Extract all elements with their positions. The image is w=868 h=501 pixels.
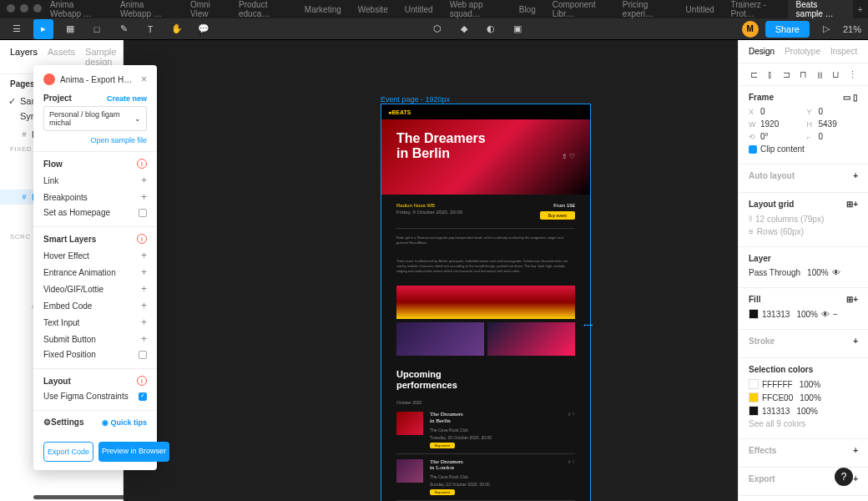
- boolean-icon[interactable]: ▣: [507, 19, 527, 39]
- radius-input[interactable]: 0: [819, 132, 824, 141]
- frame-tool[interactable]: ▦: [60, 19, 80, 39]
- file-tab[interactable]: Anima Webapp …: [42, 0, 112, 18]
- flow-link[interactable]: Link+: [43, 172, 147, 189]
- new-tab-icon[interactable]: +: [853, 4, 868, 14]
- add-icon[interactable]: +: [853, 295, 858, 304]
- zoom-level[interactable]: 21%: [843, 24, 861, 34]
- file-tab[interactable]: Untitled: [678, 0, 723, 18]
- file-tab[interactable]: Marketing: [296, 0, 350, 18]
- fill-swatch[interactable]: [749, 309, 759, 319]
- quick-tips-link[interactable]: ◉ Quick tips: [102, 418, 147, 427]
- align-hcenter-icon[interactable]: ⫿: [765, 68, 777, 80]
- mask-icon[interactable]: ◐: [481, 19, 501, 39]
- opacity-input[interactable]: 100%: [807, 268, 829, 277]
- h-input[interactable]: 5439: [819, 119, 837, 129]
- file-tab[interactable]: Blog: [511, 0, 544, 18]
- blend-mode[interactable]: Pass Through: [749, 268, 800, 277]
- create-new-link[interactable]: Create new: [107, 94, 147, 103]
- smart-layer-item[interactable]: Text Input+: [43, 314, 147, 331]
- resize-mode-icon[interactable]: ▭ ▯: [843, 93, 858, 102]
- frame-label[interactable]: Event page - 1920px: [381, 95, 450, 104]
- color-swatch[interactable]: [749, 406, 759, 416]
- file-tab[interactable]: Product educa…: [230, 0, 296, 18]
- open-sample-link[interactable]: Open sample file: [90, 136, 147, 144]
- grid-settings-icon[interactable]: ⊞: [846, 200, 853, 209]
- file-tab[interactable]: Anima Webapp …: [112, 0, 182, 18]
- layout-label: Layout: [43, 377, 71, 386]
- file-tab[interactable]: Untitled: [396, 0, 442, 18]
- menu-icon[interactable]: ☰: [7, 19, 27, 39]
- shape-tool[interactable]: □: [87, 19, 107, 39]
- panel-tab[interactable]: Prototype: [785, 47, 820, 56]
- panel-tab[interactable]: Inspect: [830, 47, 857, 56]
- help-button[interactable]: ?: [835, 468, 853, 486]
- align-vcenter-icon[interactable]: ⫼: [814, 68, 825, 80]
- see-all-colors[interactable]: See all 9 colors: [749, 419, 805, 428]
- file-tab[interactable]: Beats sample …: [788, 0, 853, 18]
- buy-button[interactable]: Buy event: [430, 489, 455, 495]
- info-icon[interactable]: i: [137, 376, 147, 386]
- file-tab[interactable]: Web app squad…: [442, 0, 511, 18]
- w-input[interactable]: 1920: [760, 119, 779, 129]
- rotation-input[interactable]: 0°: [760, 132, 769, 141]
- styles-icon[interactable]: ⊞: [846, 295, 853, 304]
- present-icon[interactable]: ▷: [816, 19, 836, 39]
- align-left-icon[interactable]: ⊏: [749, 68, 760, 80]
- align-bottom-icon[interactable]: ⊔: [830, 68, 842, 80]
- y-input[interactable]: 0: [819, 107, 824, 116]
- panel-tab[interactable]: Layers: [10, 47, 38, 67]
- flow-breakpoints[interactable]: Breakpoints+: [43, 189, 147, 205]
- text-tool[interactable]: T: [140, 19, 160, 39]
- file-tab[interactable]: Component Libr…: [544, 0, 614, 18]
- add-icon[interactable]: +: [853, 337, 858, 346]
- project-select[interactable]: Personal / blog figam michal⌄: [43, 106, 147, 131]
- panel-tab[interactable]: Design: [749, 47, 775, 56]
- hand-tool[interactable]: ✋: [167, 19, 187, 39]
- close-icon[interactable]: ×: [141, 73, 147, 85]
- file-tab[interactable]: Pricing experi…: [614, 0, 678, 18]
- component-icon[interactable]: ◆: [454, 19, 474, 39]
- color-swatch[interactable]: [749, 392, 759, 402]
- figma-constraints-toggle[interactable]: Use Figma Constraints: [43, 389, 147, 403]
- add-icon[interactable]: +: [853, 446, 858, 455]
- align-right-icon[interactable]: ⊐: [781, 68, 793, 80]
- file-tab[interactable]: Omni View: [182, 0, 230, 18]
- avatar[interactable]: M: [742, 21, 759, 38]
- smart-layer-item[interactable]: Embed Code+: [43, 297, 147, 314]
- file-tab[interactable]: Website: [350, 0, 396, 18]
- file-tab[interactable]: Trainerz - Prot…: [723, 0, 788, 18]
- add-icon[interactable]: +: [853, 474, 858, 483]
- export-code-button[interactable]: Export Code: [43, 442, 93, 462]
- preview-browser-button[interactable]: Preview in Browser: [98, 442, 169, 462]
- info-icon[interactable]: i: [137, 234, 147, 244]
- x-input[interactable]: 0: [760, 107, 765, 116]
- add-icon[interactable]: +: [853, 171, 858, 180]
- smart-layer-item[interactable]: Submit Button+: [43, 331, 147, 347]
- pen-tool[interactable]: ✎: [114, 19, 134, 39]
- color-swatch[interactable]: [749, 379, 759, 389]
- smart-layer-item[interactable]: Entrance Animation+: [43, 264, 147, 281]
- add-icon[interactable]: +: [853, 200, 858, 209]
- panel-tab[interactable]: Sample design: [85, 47, 116, 67]
- panel-tab[interactable]: Assets: [48, 47, 75, 67]
- info-icon[interactable]: i: [137, 159, 147, 169]
- remove-icon[interactable]: −: [833, 310, 838, 319]
- move-tool[interactable]: ▸: [33, 19, 53, 39]
- visibility-icon[interactable]: 👁: [832, 268, 840, 277]
- smart-layer-item[interactable]: Fixed Position: [43, 347, 147, 362]
- resize-handle[interactable]: ⟷: [583, 321, 593, 329]
- flow-homepage[interactable]: Set as Homepage: [43, 205, 147, 220]
- canvas[interactable]: Event page - 1920px ●BEATS The Dreamersi…: [124, 40, 738, 501]
- buy-button[interactable]: Buy event: [540, 211, 575, 220]
- clip-checkbox[interactable]: [749, 145, 757, 154]
- comment-tool[interactable]: 💬: [194, 19, 214, 39]
- window-controls[interactable]: [7, 4, 42, 13]
- visibility-icon[interactable]: 👁: [821, 310, 830, 319]
- share-button[interactable]: Share: [765, 21, 810, 38]
- align-top-icon[interactable]: ⊓: [798, 68, 810, 80]
- smart-layer-item[interactable]: Video/GIF/Lottie+: [43, 281, 147, 297]
- plugin-icon[interactable]: ⬡: [427, 19, 447, 39]
- buy-button[interactable]: Buy event: [430, 443, 455, 448]
- smart-layer-item[interactable]: Hover Effect+: [43, 247, 147, 264]
- distribute-icon[interactable]: ⋮: [846, 68, 858, 80]
